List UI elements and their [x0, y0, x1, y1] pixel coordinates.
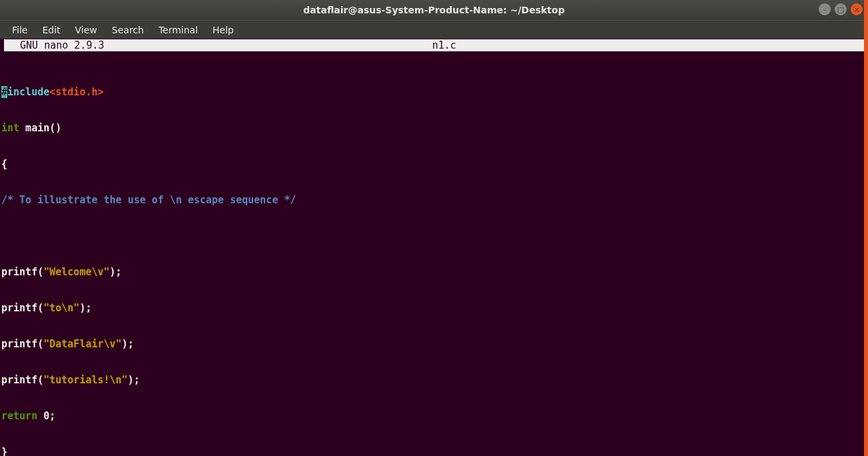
token-text: { [1, 158, 7, 170]
token-text: printf( [1, 374, 43, 386]
token-preproc: include [7, 86, 49, 98]
window-title: dataflair@asus-System-Product-Name: ~/De… [303, 5, 564, 15]
close-icon: × [853, 5, 859, 14]
menu-search[interactable]: Search [105, 22, 151, 38]
menu-help[interactable]: Help [206, 22, 240, 38]
code-line-9: printf("tutorials!\n"); [1, 374, 867, 386]
code-line-11: } [1, 446, 867, 456]
token-text: printf( [1, 338, 43, 350]
token-text: ); [122, 338, 134, 350]
token-string: "tutorials!\n" [43, 374, 127, 386]
code-line-10: return 0; [1, 410, 867, 422]
token-number: 0; [37, 410, 55, 422]
token-text: } [1, 446, 7, 456]
token-text: printf( [1, 302, 43, 314]
maximize-button[interactable]: □ [835, 3, 847, 15]
close-button[interactable]: × [851, 3, 863, 15]
token-type: int [1, 122, 19, 134]
code-line-7: printf("to\n"); [1, 302, 867, 314]
nano-header-right [784, 39, 864, 51]
nano-header: GNU nano 2.9.3 n1.c [4, 39, 864, 51]
token-string: "Welcome\v" [43, 266, 109, 278]
code-line-6: printf("Welcome\v"); [1, 266, 867, 278]
code-line-3: { [1, 158, 867, 170]
maximize-icon: □ [837, 5, 844, 14]
token-text: ); [79, 302, 91, 314]
menu-file[interactable]: File [5, 22, 34, 38]
code-line-4: /* To illustrate the use of \n escape se… [1, 194, 867, 206]
minimize-icon: – [823, 5, 827, 14]
window-titlebar: dataflair@asus-System-Product-Name: ~/De… [0, 0, 868, 20]
editor-area[interactable]: #include<stdio.h> int main() { /* To ill… [0, 51, 868, 456]
token-string: "to\n" [43, 302, 79, 314]
code-line-8: printf("DataFlair\v"); [1, 338, 867, 350]
token-text: printf( [1, 266, 43, 278]
nano-version: GNU nano 2.9.3 [4, 39, 105, 51]
token-text: ); [128, 374, 140, 386]
token-keyword: return [1, 410, 37, 422]
window-controls: – □ × [819, 3, 863, 15]
menu-edit[interactable]: Edit [35, 22, 67, 38]
code-line-5 [1, 230, 867, 242]
menu-bar: File Edit View Search Terminal Help [0, 20, 868, 39]
token-string: "DataFlair\v" [43, 338, 121, 350]
code-line-1: #include<stdio.h> [1, 86, 867, 98]
right-window-border [864, 0, 868, 456]
menu-terminal[interactable]: Terminal [152, 22, 205, 38]
token-include-path: <stdio.h> [49, 86, 103, 98]
code-line-2: int main() [1, 122, 867, 134]
token-comment: /* To illustrate the use of \n escape se… [1, 194, 296, 206]
token-text: ); [110, 266, 122, 278]
minimize-button[interactable]: – [819, 3, 831, 15]
cursor: # [1, 86, 7, 98]
menu-view[interactable]: View [69, 22, 104, 38]
token-text: main() [19, 122, 61, 134]
nano-filename: n1.c [105, 39, 785, 51]
